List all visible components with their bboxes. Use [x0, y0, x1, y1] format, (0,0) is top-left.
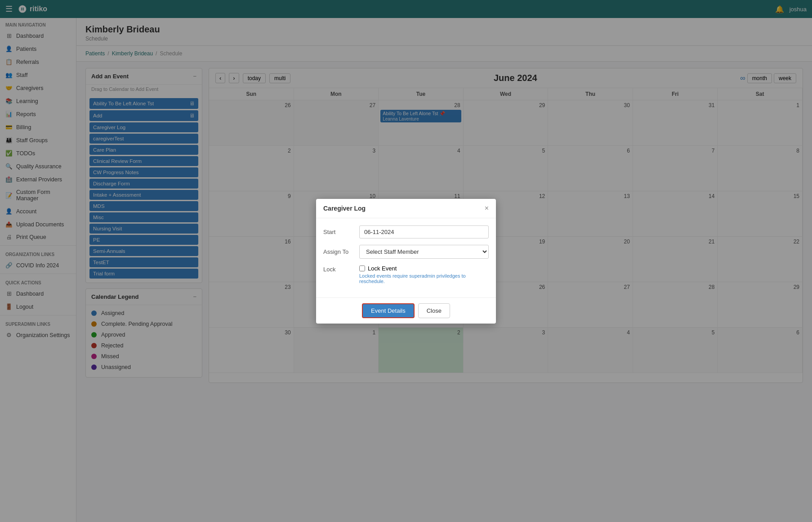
lock-checkbox-row: Lock Event — [359, 265, 489, 272]
event-details-button[interactable]: Event Details — [362, 303, 415, 318]
modal-footer: Event Details Close — [316, 297, 496, 324]
modal-body: Start Assign To Select Staff Member Lock… — [316, 218, 496, 297]
start-input[interactable] — [359, 225, 489, 238]
start-label: Start — [323, 229, 359, 235]
lock-label: Lock — [323, 265, 359, 273]
lock-row: Lock Lock Event Locked events require su… — [323, 265, 489, 284]
lock-checkbox[interactable] — [359, 266, 365, 271]
modal-close-button[interactable]: × — [485, 204, 489, 212]
modal-header: Caregiver Log × — [316, 199, 496, 218]
lock-event-label: Lock Event — [368, 265, 397, 272]
caregiver-log-modal: Caregiver Log × Start Assign To Select S… — [316, 199, 496, 324]
modal-close-btn[interactable]: Close — [418, 303, 450, 318]
start-row: Start — [323, 225, 489, 238]
lock-hint: Locked events require superadmin privile… — [359, 273, 489, 284]
modal-overlay[interactable]: Caregiver Log × Start Assign To Select S… — [0, 0, 812, 522]
assign-to-row: Assign To Select Staff Member — [323, 245, 489, 259]
lock-control: Lock Event Locked events require superad… — [359, 265, 489, 284]
assign-to-select[interactable]: Select Staff Member — [359, 245, 489, 259]
modal-title: Caregiver Log — [323, 205, 366, 212]
assign-to-label: Assign To — [323, 248, 359, 255]
